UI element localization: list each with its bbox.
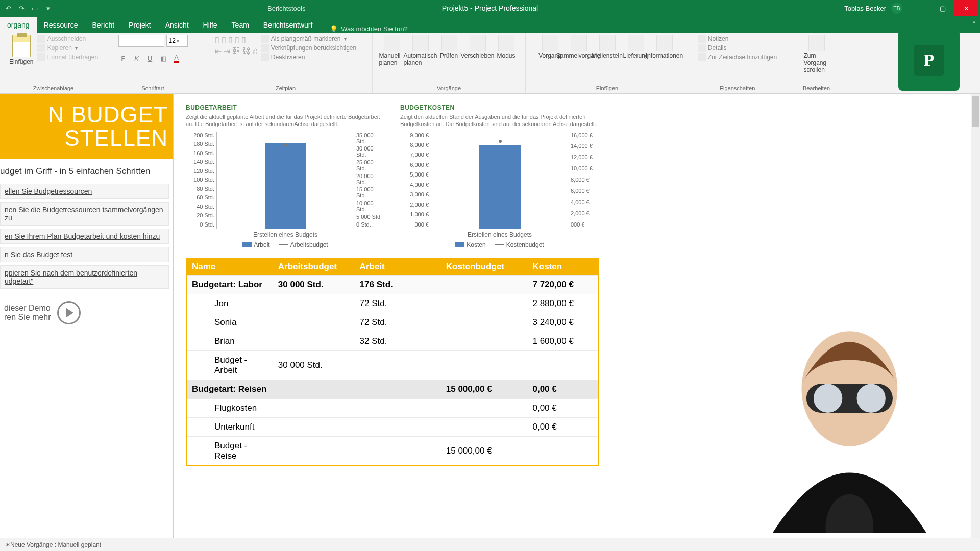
user-avatar[interactable]: TB	[891, 3, 902, 14]
font-name-combo[interactable]	[118, 35, 164, 47]
th-name[interactable]: Name	[186, 258, 273, 276]
auto-schedule-button[interactable]: Automatisch planen	[408, 35, 433, 66]
indent-icon[interactable]: ⇥	[224, 46, 230, 56]
report-canvas[interactable]: BUDGETARBEIT Zeigt die aktuell geplante …	[174, 94, 980, 538]
minimize-button[interactable]: —	[908, 0, 931, 16]
outdent-icon[interactable]: ⇤	[215, 46, 222, 56]
scrollbar-thumb[interactable]	[972, 96, 979, 127]
table-row[interactable]: Flugkosten0,00 €	[186, 398, 599, 417]
th-kostenbudget[interactable]: Kostenbudget	[441, 258, 528, 276]
charts-row: BUDGETARBEIT Zeigt die aktuell geplante …	[186, 104, 968, 248]
respect-links-button[interactable]: Verknüpfungen berücksichtigen	[261, 44, 356, 52]
details-button[interactable]: Details	[698, 44, 777, 52]
table-body: Budgetart: Labor30 000 Std.176 Std.7 720…	[186, 275, 599, 466]
x-label: Erstellen eines Budgets	[400, 229, 599, 238]
mode-button[interactable]: Modus	[494, 35, 519, 59]
inspect-button[interactable]: Prüfen	[436, 35, 462, 59]
unlink-icon[interactable]: ⛓̸	[242, 46, 251, 56]
add-timeline-button[interactable]: Zur Zeitachse hinzufügen	[698, 53, 777, 61]
close-button[interactable]: ✕	[954, 0, 978, 16]
tab-berichtsentwurf[interactable]: Berichtsentwurf	[256, 17, 320, 33]
tab-hilfe[interactable]: Hilfe	[196, 17, 225, 33]
split-icon[interactable]: ⎌	[253, 46, 258, 56]
fill-color-button[interactable]: ◧	[158, 53, 168, 63]
undo-icon[interactable]: ↶	[3, 3, 13, 13]
information-button[interactable]: Informationen	[652, 35, 677, 59]
svg-point-4	[857, 384, 886, 413]
tab-ressource[interactable]: Ressource	[37, 17, 85, 33]
copy-button[interactable]: Kopieren	[37, 44, 98, 52]
copy-icon	[37, 44, 45, 52]
font-color-button[interactable]: A	[172, 53, 182, 63]
user-name[interactable]: Tobias Becker	[844, 5, 886, 12]
tab-bericht[interactable]: Bericht	[85, 17, 122, 33]
progress-0-icon[interactable]: ▯	[215, 35, 219, 44]
progress-75-icon[interactable]: ▯	[235, 35, 239, 44]
th-kosten[interactable]: Kosten	[527, 258, 599, 276]
cut-button[interactable]: Ausschneiden	[37, 35, 98, 43]
table-row[interactable]: Budgetart: Labor30 000 Std.176 Std.7 720…	[186, 275, 599, 294]
scissors-icon	[37, 35, 45, 43]
insert-summary-button[interactable]: Sammelvorgang	[566, 35, 592, 59]
table-row[interactable]: Budget - Arbeit30 000 Std.	[186, 350, 599, 380]
new-file-icon[interactable]: ▭	[30, 3, 40, 13]
progress-50-icon[interactable]: ▯	[228, 35, 233, 44]
tell-me-search[interactable]: 💡 Was möchten Sie tun?	[330, 25, 407, 33]
sidebar-link-3[interactable]: en Sie Ihrem Plan Budgetarbeit und koste…	[0, 229, 169, 244]
y-axis-left: 9,000 €8,000 €7,000 €6,000 €5,000 €4,000…	[400, 132, 431, 229]
qat-dropdown-icon[interactable]: ▾	[43, 3, 53, 13]
th-arbeitsbudget[interactable]: Arbeitsbudget	[273, 258, 355, 276]
tab-projekt[interactable]: Projekt	[121, 17, 158, 33]
sidebar-link-4[interactable]: n Sie das Budget fest	[0, 247, 169, 262]
table-row[interactable]: Sonia72 Std.3 240,00 €	[186, 313, 599, 332]
redo-icon[interactable]: ↷	[16, 3, 27, 13]
format-painter-button[interactable]: Format übertragen	[37, 53, 98, 61]
tab-ansicht[interactable]: Ansicht	[158, 17, 196, 33]
chart-desc: Zeigt die aktuell geplante Arbeit und di…	[186, 113, 385, 128]
table-row[interactable]: Jon72 Std.2 880,00 €	[186, 294, 599, 313]
bold-button[interactable]: F	[118, 53, 129, 63]
underline-button[interactable]: U	[145, 53, 155, 63]
insert-deliverable-button[interactable]: Lieferung	[623, 35, 649, 59]
title-bar: ↶ ↷ ▭ ▾ Berichtstools Projekt5 - Project…	[0, 0, 980, 16]
collapse-ribbon-icon[interactable]: ˄	[972, 20, 976, 29]
deactivate-button[interactable]: Deaktivieren	[261, 53, 356, 61]
manual-schedule-button[interactable]: Manuell planen	[379, 35, 405, 66]
move-button[interactable]: Verschieben	[465, 35, 491, 59]
x-label: Erstellen eines Budgets	[186, 229, 385, 238]
tab-team[interactable]: Team	[225, 17, 256, 33]
chart-title: BUDGETARBEIT	[186, 104, 385, 111]
bar-arbeit	[265, 143, 306, 228]
chart-legend: Kosten Kostenbudget	[400, 238, 599, 248]
table-row[interactable]: Unterkunft0,00 €	[186, 417, 599, 436]
table-row[interactable]: Budget - Reise15 000,00 €	[186, 436, 599, 466]
mark-on-track-button[interactable]: Als plangemäß markieren	[261, 35, 356, 43]
insert-milestone-button[interactable]: Meilenstein	[595, 35, 620, 59]
maximize-button[interactable]: ▢	[931, 0, 954, 16]
chart-budgetkosten[interactable]: BUDGETKOSTEN Zeigt den aktuellen Stand d…	[400, 104, 599, 248]
font-size-combo[interactable]: 12	[166, 35, 188, 47]
notes-button[interactable]: Notizen	[698, 35, 777, 43]
sidebar-link-2[interactable]: nen Sie die Budgetressourcen tsammelvorg…	[0, 202, 169, 226]
check-icon	[261, 35, 269, 43]
paste-button[interactable]: Einfügen	[9, 35, 34, 65]
table-row[interactable]: Budgetart: Reisen15 000,00 €0,00 €	[186, 380, 599, 398]
budget-table[interactable]: Name Arbeitsbudget Arbeit Kostenbudget K…	[186, 258, 599, 466]
progress-100-icon[interactable]: ▯	[241, 35, 246, 44]
info-icon	[656, 35, 673, 51]
plot-area	[431, 132, 569, 229]
y-axis-right: 16,000 €14,000 €12,000 €10,000 €8,000 €6…	[569, 132, 599, 229]
play-icon[interactable]	[57, 301, 81, 324]
table-row[interactable]: Brian32 Std.1 600,00 €	[186, 332, 599, 350]
th-arbeit[interactable]: Arbeit	[355, 258, 441, 276]
document-title: Projekt5 - Project Professional	[442, 4, 538, 12]
tab-vorgang[interactable]: organg	[0, 17, 37, 33]
chart-budgetarbeit[interactable]: BUDGETARBEIT Zeigt die aktuell geplante …	[186, 104, 385, 248]
scroll-to-task-button[interactable]: Zum Vorgang scrollen	[804, 35, 829, 73]
sidebar-link-1[interactable]: ellen Sie Budgetressourcen	[0, 184, 169, 199]
link-icon[interactable]: ⛓	[232, 46, 240, 56]
italic-button[interactable]: K	[132, 53, 142, 63]
sidebar-link-5[interactable]: ppieren Sie nach dem benutzerdefinierten…	[0, 265, 169, 289]
vertical-scrollbar[interactable]	[971, 94, 980, 538]
progress-25-icon[interactable]: ▯	[222, 35, 226, 44]
